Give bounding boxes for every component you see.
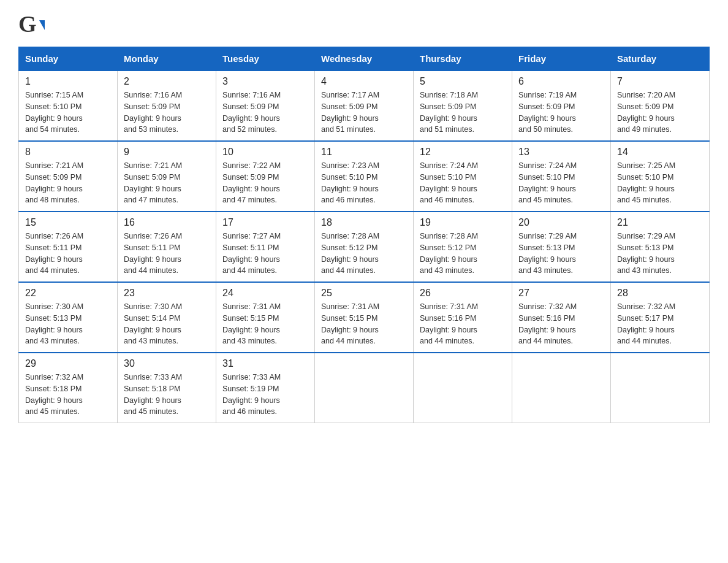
day-number: 29 <box>25 358 111 369</box>
logo-row1 <box>37 19 45 30</box>
calendar-table: Sunday Monday Tuesday Wednesday Thursday… <box>18 47 710 423</box>
calendar-cell: 8 Sunrise: 7:21 AM Sunset: 5:09 PM Dayli… <box>19 141 118 212</box>
logo-text-block <box>37 19 45 29</box>
calendar-cell: 15 Sunrise: 7:26 AM Sunset: 5:11 PM Dayl… <box>19 212 118 282</box>
col-sunday: Sunday <box>19 47 118 71</box>
day-info: Sunrise: 7:22 AM Sunset: 5:09 PM Dayligh… <box>222 160 308 206</box>
calendar-cell: 26 Sunrise: 7:31 AM Sunset: 5:16 PM Dayl… <box>414 282 512 353</box>
calendar-cell: 27 Sunrise: 7:32 AM Sunset: 5:16 PM Dayl… <box>512 282 611 353</box>
calendar-cell: 1 Sunrise: 7:15 AM Sunset: 5:10 PM Dayli… <box>19 71 118 141</box>
header-row: Sunday Monday Tuesday Wednesday Thursday… <box>19 47 710 71</box>
day-info: Sunrise: 7:32 AM Sunset: 5:18 PM Dayligh… <box>25 372 111 418</box>
day-info: Sunrise: 7:32 AM Sunset: 5:17 PM Dayligh… <box>617 301 703 347</box>
calendar-cell: 29 Sunrise: 7:32 AM Sunset: 5:18 PM Dayl… <box>19 353 118 423</box>
calendar-body: 1 Sunrise: 7:15 AM Sunset: 5:10 PM Dayli… <box>19 71 710 423</box>
calendar-cell <box>611 353 710 423</box>
calendar-cell: 31 Sunrise: 7:33 AM Sunset: 5:19 PM Dayl… <box>216 353 315 423</box>
col-monday: Monday <box>118 47 216 71</box>
day-number: 18 <box>321 217 407 228</box>
calendar-cell: 28 Sunrise: 7:32 AM Sunset: 5:17 PM Dayl… <box>611 282 710 353</box>
calendar-cell: 5 Sunrise: 7:18 AM Sunset: 5:09 PM Dayli… <box>414 71 512 141</box>
day-number: 24 <box>222 288 308 299</box>
col-friday: Friday <box>512 47 611 71</box>
day-number: 6 <box>518 76 604 87</box>
calendar-cell: 7 Sunrise: 7:20 AM Sunset: 5:09 PM Dayli… <box>611 71 710 141</box>
calendar-cell: 12 Sunrise: 7:24 AM Sunset: 5:10 PM Dayl… <box>414 141 512 212</box>
calendar-cell: 6 Sunrise: 7:19 AM Sunset: 5:09 PM Dayli… <box>512 71 611 141</box>
day-info: Sunrise: 7:21 AM Sunset: 5:09 PM Dayligh… <box>25 160 111 206</box>
calendar-cell: 19 Sunrise: 7:28 AM Sunset: 5:12 PM Dayl… <box>414 212 512 282</box>
day-info: Sunrise: 7:33 AM Sunset: 5:19 PM Dayligh… <box>222 372 308 418</box>
day-info: Sunrise: 7:33 AM Sunset: 5:18 PM Dayligh… <box>124 372 210 418</box>
day-number: 1 <box>25 76 111 87</box>
calendar-cell <box>414 353 512 423</box>
day-number: 9 <box>124 147 210 158</box>
day-number: 26 <box>420 288 506 299</box>
calendar-header: Sunday Monday Tuesday Wednesday Thursday… <box>19 47 710 71</box>
page-header: G <box>18 12 710 36</box>
day-info: Sunrise: 7:28 AM Sunset: 5:12 PM Dayligh… <box>321 231 407 277</box>
calendar-cell <box>315 353 414 423</box>
day-info: Sunrise: 7:29 AM Sunset: 5:13 PM Dayligh… <box>617 231 703 277</box>
calendar-cell: 17 Sunrise: 7:27 AM Sunset: 5:11 PM Dayl… <box>216 212 315 282</box>
day-info: Sunrise: 7:24 AM Sunset: 5:10 PM Dayligh… <box>420 160 506 206</box>
day-number: 7 <box>617 76 703 87</box>
col-tuesday: Tuesday <box>216 47 315 71</box>
day-info: Sunrise: 7:26 AM Sunset: 5:11 PM Dayligh… <box>124 231 210 277</box>
calendar-cell: 23 Sunrise: 7:30 AM Sunset: 5:14 PM Dayl… <box>118 282 216 353</box>
calendar-cell: 16 Sunrise: 7:26 AM Sunset: 5:11 PM Dayl… <box>118 212 216 282</box>
day-number: 30 <box>124 358 210 369</box>
day-number: 11 <box>321 147 407 158</box>
col-saturday: Saturday <box>611 47 710 71</box>
day-number: 14 <box>617 147 703 158</box>
day-number: 31 <box>222 358 308 369</box>
day-info: Sunrise: 7:16 AM Sunset: 5:09 PM Dayligh… <box>222 90 308 136</box>
day-number: 25 <box>321 288 407 299</box>
logo-arrow-icon <box>39 20 45 30</box>
calendar-cell: 22 Sunrise: 7:30 AM Sunset: 5:13 PM Dayl… <box>19 282 118 353</box>
day-number: 19 <box>420 217 506 228</box>
day-number: 16 <box>124 217 210 228</box>
day-number: 20 <box>518 217 604 228</box>
calendar-cell: 30 Sunrise: 7:33 AM Sunset: 5:18 PM Dayl… <box>118 353 216 423</box>
day-info: Sunrise: 7:19 AM Sunset: 5:09 PM Dayligh… <box>518 90 604 136</box>
calendar-cell: 13 Sunrise: 7:24 AM Sunset: 5:10 PM Dayl… <box>512 141 611 212</box>
calendar-cell: 25 Sunrise: 7:31 AM Sunset: 5:15 PM Dayl… <box>315 282 414 353</box>
day-info: Sunrise: 7:31 AM Sunset: 5:16 PM Dayligh… <box>420 301 506 347</box>
day-info: Sunrise: 7:28 AM Sunset: 5:12 PM Dayligh… <box>420 231 506 277</box>
day-info: Sunrise: 7:26 AM Sunset: 5:11 PM Dayligh… <box>25 231 111 277</box>
day-number: 22 <box>25 288 111 299</box>
day-info: Sunrise: 7:16 AM Sunset: 5:09 PM Dayligh… <box>124 90 210 136</box>
calendar-cell: 9 Sunrise: 7:21 AM Sunset: 5:09 PM Dayli… <box>118 141 216 212</box>
day-info: Sunrise: 7:20 AM Sunset: 5:09 PM Dayligh… <box>617 90 703 136</box>
day-info: Sunrise: 7:32 AM Sunset: 5:16 PM Dayligh… <box>518 301 604 347</box>
day-number: 21 <box>617 217 703 228</box>
day-info: Sunrise: 7:21 AM Sunset: 5:09 PM Dayligh… <box>124 160 210 206</box>
calendar-cell: 14 Sunrise: 7:25 AM Sunset: 5:10 PM Dayl… <box>611 141 710 212</box>
col-thursday: Thursday <box>414 47 512 71</box>
day-info: Sunrise: 7:23 AM Sunset: 5:10 PM Dayligh… <box>321 160 407 206</box>
calendar-cell <box>512 353 611 423</box>
calendar-cell: 3 Sunrise: 7:16 AM Sunset: 5:09 PM Dayli… <box>216 71 315 141</box>
day-number: 10 <box>222 147 308 158</box>
day-number: 8 <box>25 147 111 158</box>
calendar-cell: 21 Sunrise: 7:29 AM Sunset: 5:13 PM Dayl… <box>611 212 710 282</box>
day-info: Sunrise: 7:31 AM Sunset: 5:15 PM Dayligh… <box>321 301 407 347</box>
day-number: 2 <box>124 76 210 87</box>
day-info: Sunrise: 7:18 AM Sunset: 5:09 PM Dayligh… <box>420 90 506 136</box>
day-number: 5 <box>420 76 506 87</box>
calendar-cell: 20 Sunrise: 7:29 AM Sunset: 5:13 PM Dayl… <box>512 212 611 282</box>
calendar-cell: 10 Sunrise: 7:22 AM Sunset: 5:09 PM Dayl… <box>216 141 315 212</box>
calendar-cell: 11 Sunrise: 7:23 AM Sunset: 5:10 PM Dayl… <box>315 141 414 212</box>
day-number: 15 <box>25 217 111 228</box>
day-info: Sunrise: 7:24 AM Sunset: 5:10 PM Dayligh… <box>518 160 604 206</box>
day-number: 4 <box>321 76 407 87</box>
col-wednesday: Wednesday <box>315 47 414 71</box>
day-info: Sunrise: 7:29 AM Sunset: 5:13 PM Dayligh… <box>518 231 604 277</box>
logo: G <box>18 12 45 36</box>
day-info: Sunrise: 7:25 AM Sunset: 5:10 PM Dayligh… <box>617 160 703 206</box>
day-info: Sunrise: 7:15 AM Sunset: 5:10 PM Dayligh… <box>25 90 111 136</box>
calendar-cell: 4 Sunrise: 7:17 AM Sunset: 5:09 PM Dayli… <box>315 71 414 141</box>
day-info: Sunrise: 7:27 AM Sunset: 5:11 PM Dayligh… <box>222 231 308 277</box>
day-info: Sunrise: 7:30 AM Sunset: 5:13 PM Dayligh… <box>25 301 111 347</box>
